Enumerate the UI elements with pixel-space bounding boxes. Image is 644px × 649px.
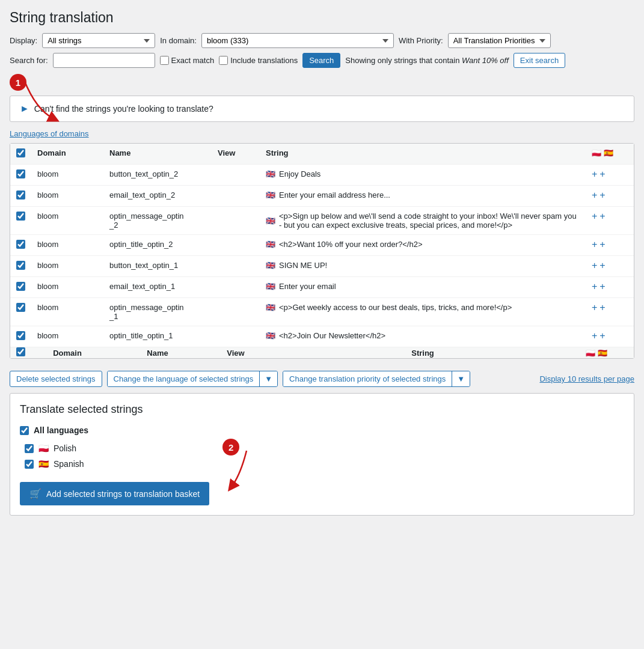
display-select[interactable]: All strings Strings needing translation … bbox=[42, 33, 155, 48]
include-translations-checkbox[interactable] bbox=[219, 56, 228, 65]
row-name: optin_title_optin_2 bbox=[103, 235, 212, 256]
all-languages-item: All languages bbox=[20, 425, 624, 435]
all-languages-checkbox[interactable] bbox=[20, 426, 29, 435]
add-spanish-btn[interactable]: + bbox=[600, 303, 605, 312]
uk-flag: 🇬🇧 bbox=[266, 261, 275, 270]
row-flags: + + bbox=[586, 326, 634, 347]
table-row: bloom email_text_optin_1 🇬🇧 Enter your e… bbox=[10, 277, 634, 298]
row-checkbox[interactable] bbox=[16, 240, 25, 249]
row-checkbox-cell bbox=[10, 326, 31, 347]
basket-button-label: Add selected strings to translation bask… bbox=[46, 489, 200, 499]
exact-match-label[interactable]: Exact match bbox=[160, 56, 215, 65]
exit-search-button[interactable]: Exit search bbox=[514, 53, 565, 68]
change-priority-split-button: Change translation priority of selected … bbox=[283, 371, 470, 387]
change-priority-button[interactable]: Change translation priority of selected … bbox=[283, 371, 452, 386]
row-checkbox[interactable] bbox=[16, 282, 25, 291]
exact-match-checkbox[interactable] bbox=[160, 56, 169, 65]
translate-section-title: Translate selected strings bbox=[20, 403, 624, 416]
translate-section: Translate selected strings All languages… bbox=[10, 393, 634, 516]
add-polish-btn[interactable]: + bbox=[592, 282, 597, 291]
row-checkbox-cell bbox=[10, 256, 31, 277]
polish-flag-footer: 🇵🇱 bbox=[586, 349, 595, 358]
add-polish-btn[interactable]: + bbox=[592, 169, 597, 179]
add-spanish-btn[interactable]: + bbox=[600, 282, 605, 291]
row-checkbox-cell bbox=[10, 186, 31, 207]
table-row: bloom optin_title_optin_1 🇬🇧 <h2>Join Ou… bbox=[10, 326, 634, 347]
row-view bbox=[212, 326, 260, 347]
table-row: bloom email_text_optin_2 🇬🇧 Enter your e… bbox=[10, 186, 634, 207]
row-flags: + + bbox=[586, 186, 634, 207]
footer-view: View bbox=[212, 347, 260, 359]
row-checkbox[interactable] bbox=[16, 190, 25, 200]
select-all-checkbox[interactable] bbox=[16, 148, 25, 157]
polish-checkbox[interactable] bbox=[25, 444, 34, 453]
row-name: optin_title_optin_1 bbox=[103, 326, 212, 347]
add-spanish-btn[interactable]: + bbox=[600, 212, 605, 221]
header-name: Name bbox=[103, 144, 212, 165]
row-domain: bloom bbox=[31, 165, 103, 186]
add-polish-btn[interactable]: + bbox=[592, 303, 597, 312]
polish-flag: 🇵🇱 bbox=[38, 443, 49, 453]
row-name: email_text_optin_1 bbox=[103, 277, 212, 298]
footer-flags: 🇵🇱 🇪🇸 bbox=[586, 347, 634, 359]
search-input[interactable] bbox=[53, 53, 155, 68]
row-checkbox[interactable] bbox=[16, 261, 25, 270]
add-spanish-btn[interactable]: + bbox=[600, 190, 605, 200]
spanish-checkbox[interactable] bbox=[25, 460, 34, 469]
row-name: email_text_optin_2 bbox=[103, 186, 212, 207]
collapsible-text: Can't find the strings you're looking to… bbox=[34, 104, 213, 114]
search-button[interactable]: Search bbox=[302, 53, 340, 68]
add-spanish-btn[interactable]: + bbox=[600, 261, 605, 270]
polish-language-item: 🇵🇱 Polish bbox=[25, 443, 624, 453]
add-polish-btn[interactable]: + bbox=[592, 331, 597, 341]
priority-label: With Priority: bbox=[399, 36, 443, 45]
row-domain: bloom bbox=[31, 256, 103, 277]
toggle-icon[interactable]: ► bbox=[20, 103, 29, 114]
footer-checkbox-cell bbox=[10, 347, 31, 359]
row-view bbox=[212, 186, 260, 207]
add-to-basket-button[interactable]: 🛒 Add selected strings to translation ba… bbox=[20, 482, 209, 505]
delete-selected-button[interactable]: Delete selected strings bbox=[10, 371, 102, 387]
row-string: 🇬🇧 SIGN ME UP! bbox=[260, 256, 586, 277]
display-per-page-link[interactable]: Display 10 results per page bbox=[539, 374, 634, 383]
row-domain: bloom bbox=[31, 186, 103, 207]
page-title: String translation bbox=[10, 10, 634, 26]
row-checkbox[interactable] bbox=[16, 303, 25, 312]
domain-select[interactable]: bloom (333) bbox=[201, 33, 394, 48]
row-checkbox[interactable] bbox=[16, 212, 25, 221]
include-translations-label[interactable]: Include translations bbox=[219, 56, 298, 65]
footer-string: String bbox=[260, 347, 586, 359]
change-language-split-button: Change the language of selected strings … bbox=[107, 371, 278, 387]
row-checkbox[interactable] bbox=[16, 331, 25, 340]
footer-name: Name bbox=[103, 347, 212, 359]
spanish-language-item: 🇪🇸 Spanish bbox=[25, 459, 624, 469]
uk-flag: 🇬🇧 bbox=[266, 331, 275, 340]
footer-select-all-checkbox[interactable] bbox=[16, 347, 25, 356]
basket-icon: 🛒 bbox=[29, 488, 41, 499]
add-spanish-btn[interactable]: + bbox=[600, 169, 605, 179]
table-row: bloom optin_message_optin_2 🇬🇧 <p>Sign u… bbox=[10, 207, 634, 235]
header-checkbox-cell bbox=[10, 144, 31, 165]
add-spanish-btn[interactable]: + bbox=[600, 240, 605, 249]
row-view bbox=[212, 298, 260, 326]
add-polish-btn[interactable]: + bbox=[592, 261, 597, 270]
row-name: optin_message_optin_2 bbox=[103, 207, 212, 235]
row-view bbox=[212, 165, 260, 186]
header-string: String bbox=[260, 144, 586, 165]
change-priority-dropdown-arrow[interactable]: ▼ bbox=[452, 371, 470, 386]
add-polish-btn[interactable]: + bbox=[592, 190, 597, 200]
add-polish-btn[interactable]: + bbox=[592, 240, 597, 249]
change-language-button[interactable]: Change the language of selected strings bbox=[108, 371, 260, 386]
bottom-actions: Delete selected strings Change the langu… bbox=[10, 365, 634, 393]
showing-text: Showing only strings that contain Want 1… bbox=[345, 56, 508, 65]
priority-select[interactable]: All Translation Priorities Normal High bbox=[448, 33, 551, 48]
row-domain: bloom bbox=[31, 326, 103, 347]
languages-of-domains-link[interactable]: Languages of domains bbox=[10, 129, 89, 138]
add-spanish-btn[interactable]: + bbox=[600, 331, 605, 341]
add-polish-btn[interactable]: + bbox=[592, 212, 597, 221]
annotation-badge-2: 2 bbox=[222, 439, 239, 456]
row-checkbox-cell bbox=[10, 298, 31, 326]
change-language-dropdown-arrow[interactable]: ▼ bbox=[259, 371, 277, 386]
row-view bbox=[212, 277, 260, 298]
row-checkbox[interactable] bbox=[16, 169, 25, 178]
